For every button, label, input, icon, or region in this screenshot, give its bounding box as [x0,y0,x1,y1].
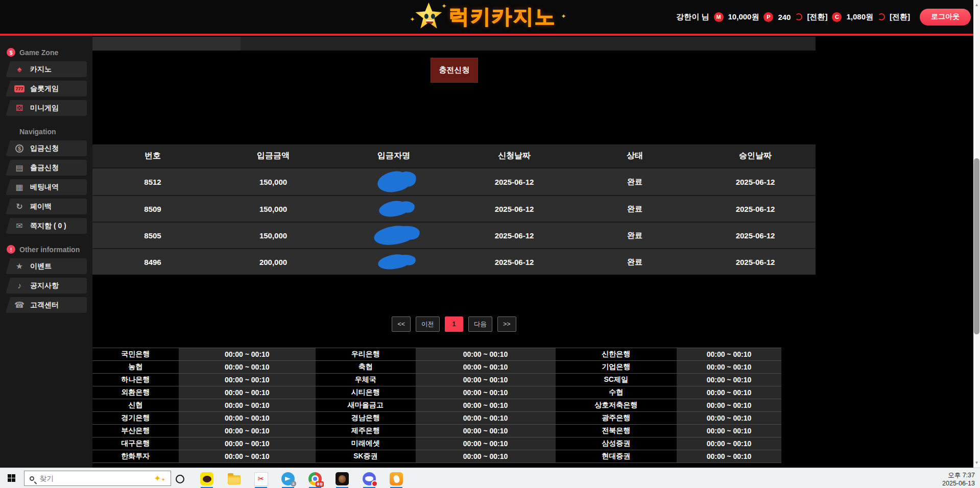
bank-time: 00:00 ~ 00:10 [179,425,316,437]
sidebar-item-슬롯게임[interactable]: 777슬롯게임 [6,81,87,96]
sidebar-item-공지사항[interactable]: ♪공지사항 [6,278,87,294]
taskbar-search[interactable]: ✦✦ [24,471,171,486]
bank-name: 광주은행 [556,412,677,424]
game-app-icon[interactable] [333,469,351,488]
sidebar-item-label: 베팅내역 [30,183,59,192]
logout-button[interactable]: 로그아웃 [920,9,971,26]
sidebar-item-페이백[interactable]: ↻페이백 [6,199,87,214]
clock-time: 오후 7:37 [942,471,975,479]
bank-name: 상호저축은행 [556,399,677,411]
page-button[interactable]: 이전 [416,316,440,332]
alert-badge-icon: ! [7,245,15,254]
clock-date: 2025-06-13 [942,479,975,487]
sidebar-section: Navigation$입금신청▤출금신청▦베팅내역↻페이백✉쪽지함 ( 0 ) [0,127,92,234]
bank-time: 00:00 ~ 00:10 [677,437,781,450]
bank-time: 00:00 ~ 00:10 [179,399,316,411]
scroll-up-icon[interactable]: ▲ [973,1,980,9]
sidebar-item-입금신청[interactable]: $입금신청 [6,140,87,156]
file-explorer-icon[interactable] [225,469,243,488]
recharge-request-button[interactable]: 충전신청 [431,58,478,83]
deposit-approve-date: 2025-06-12 [695,168,816,195]
bank-time: 00:00 ~ 00:10 [416,425,556,437]
sidebar: $Game Zone♠카지노777슬롯게임⚄미니게임Navigation$입금신… [0,36,92,468]
deposit-status: 완료 [575,223,695,248]
deposit-request-date: 2025-06-12 [454,249,575,275]
windows-taskbar: ✦✦ ✂ 8 종합 오후 7:37 2025-06-13 [0,468,980,488]
top-header: ✦ ✦ 럭키카지노 ✦ 강한이 님 M 10,000원 P 240 [전환] C… [0,0,980,36]
bank-time: 00:00 ~ 00:10 [416,437,556,450]
ring-app-icon[interactable] [171,469,188,488]
bank-table-row: 경기은행00:00 ~ 00:10경남은행00:00 ~ 00:10광주은행00… [92,412,781,425]
capture-scissors-icon[interactable]: ✂ [252,469,270,488]
redacted-name-scribble [373,224,414,247]
bank-name: 농협 [92,361,179,373]
bank-name: 현대증권 [556,450,677,462]
point-refresh-icon[interactable] [795,13,802,20]
telegram-icon[interactable]: 8 [279,469,297,488]
scrollbar-thumb[interactable] [974,158,979,334]
sidebar-item-출금신청[interactable]: ▤출금신청 [6,160,87,176]
sidebar-item-베팅내역[interactable]: ▦베팅내역 [6,179,87,195]
clipped-row-left [92,37,241,51]
chrome-icon[interactable]: 종합 [306,469,324,488]
sidebar-section-label: Other information [19,246,80,254]
bank-time: 00:00 ~ 00:10 [677,386,781,399]
kakaotalk-icon[interactable] [198,469,216,488]
bank-name: 시티은행 [316,386,416,399]
discord-icon[interactable] [361,469,378,488]
user-info-bar: 강한이 님 M 10,000원 P 240 [전환] C 1,080원 [전환]… [676,0,971,34]
sidebar-item-이벤트[interactable]: ★이벤트 [6,258,87,274]
betting-note-icon: ▦ [14,182,25,192]
bank-table-row: 대구은행00:00 ~ 00:10미래에셋00:00 ~ 00:10삼성증권00… [92,437,781,450]
deposit-column-header: 번호 [92,144,213,167]
sidebar-section-label: Game Zone [19,48,58,57]
bank-name: 신협 [92,399,179,411]
search-input[interactable] [38,474,150,483]
bank-time: 00:00 ~ 00:10 [677,361,781,373]
page-scrollbar[interactable]: ▲ ▼ [973,0,980,468]
point-convert-link[interactable]: [전환] [807,12,827,22]
bank-table-row: 부산은행00:00 ~ 00:10제주은행00:00 ~ 00:10전북은행00… [92,425,781,437]
deposit-history-table: 번호입금금액입금자명신청날짜상태승인날짜 8512150,0002025-06-… [92,144,816,275]
deposit-no: 8496 [92,249,213,275]
bank-time: 00:00 ~ 00:10 [416,399,556,411]
bank-time: 00:00 ~ 00:10 [677,450,781,462]
sidebar-item-고객센터[interactable]: ☎고객센터 [6,297,87,313]
site-logo[interactable]: ✦ ✦ 럭키카지노 ✦ [414,2,566,31]
coin-refresh-icon[interactable] [878,13,885,20]
deposit-name-cell [333,223,454,248]
page-button[interactable]: >> [497,316,516,332]
bank-name: 하나은행 [92,374,179,386]
scroll-down-icon[interactable]: ▼ [973,459,980,467]
deposit-request-date: 2025-06-12 [454,196,575,222]
user-name: 강한이 님 [676,12,709,22]
deposit-amount: 150,000 [213,196,333,222]
sidebar-section: !Other information★이벤트♪공지사항☎고객센터 [0,245,92,313]
sidebar-item-카지노[interactable]: ♠카지노 [6,61,87,77]
dollar-badge-icon: $ [7,48,15,57]
bank-name: 우체국 [316,374,416,386]
sidebar-item-쪽지함 ( 0 )[interactable]: ✉쪽지함 ( 0 ) [6,218,87,234]
deposit-column-header: 입금자명 [333,144,454,167]
deposit-column-header: 입금금액 [213,144,333,167]
deposit-name-cell [333,196,454,222]
coin-badge-icon: C [832,12,842,22]
taskbar-clock[interactable]: 오후 7:37 2025-06-13 [942,471,975,488]
windows-start-icon[interactable] [8,474,15,482]
page-button[interactable]: 다음 [468,316,492,332]
deposit-approve-date: 2025-06-12 [695,249,816,275]
deposit-table-row: 8505150,0002025-06-12완료2025-06-12 [92,222,816,248]
bank-name: 우리은행 [316,348,416,360]
money-amount: 10,000원 [728,12,759,22]
sidebar-section-title: Navigation [7,127,92,136]
screen: ✦ ✦ 럭키카지노 ✦ 강한이 님 M 10,000원 P 240 [전환] C… [0,0,980,488]
pagination: <<이전1다음>> [92,316,816,332]
mouse-app-icon[interactable] [388,469,405,488]
sidebar-item-label: 슬롯게임 [30,84,59,93]
sidebar-item-label: 고객센터 [30,301,59,310]
page-button[interactable]: << [392,316,411,332]
sidebar-item-미니게임[interactable]: ⚄미니게임 [6,100,87,116]
page-button-current[interactable]: 1 [445,316,463,332]
coin-convert-link[interactable]: [전환] [890,12,910,22]
deposit-status: 완료 [575,196,695,222]
